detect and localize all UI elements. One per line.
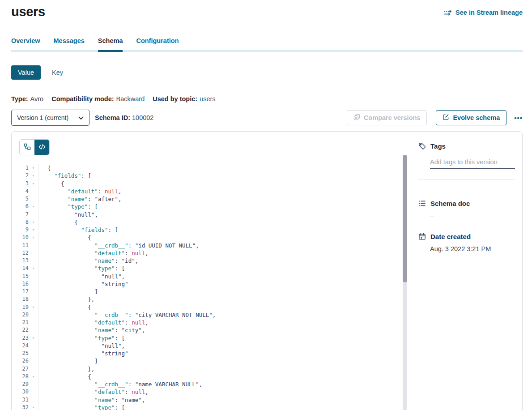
fold-spacer xyxy=(29,257,38,265)
code-line: 25 "string" xyxy=(12,350,411,357)
code-line: 26 ] xyxy=(12,357,411,365)
tags-heading: Tags xyxy=(430,142,446,150)
code-text: { xyxy=(38,234,411,241)
fold-spacer xyxy=(29,365,38,373)
code-text: "type": [ xyxy=(38,203,411,210)
code-line: 4 "default": null, xyxy=(12,188,411,195)
compare-versions-button[interactable]: Compare versions xyxy=(347,110,427,125)
code-line: 23▾ "type": [ xyxy=(12,334,411,342)
editor-scrollbar-thumb[interactable] xyxy=(403,155,407,282)
fold-triangle-icon[interactable]: ▾ xyxy=(29,303,38,311)
code-line: 13 "name": "id", xyxy=(12,257,411,265)
code-line: 1▾{ xyxy=(12,164,411,172)
key-toggle-link[interactable]: Key xyxy=(52,69,63,76)
edit-pencil-icon xyxy=(443,114,449,122)
code-line: 9▾ "fields": [ xyxy=(12,226,411,234)
line-number: 2 xyxy=(12,172,29,179)
code-text: "type": [ xyxy=(38,334,411,342)
code-text: "string" xyxy=(38,280,411,288)
tab-messages[interactable]: Messages xyxy=(54,37,85,50)
code-line: 15 "null", xyxy=(12,273,411,280)
schema-id: Schema ID: 100002 xyxy=(95,114,153,121)
code-text: "null", xyxy=(38,342,411,350)
code-view-button[interactable] xyxy=(34,140,49,155)
code-text: "name": "id", xyxy=(38,257,411,265)
meta-value: Backward xyxy=(116,95,145,102)
code-line: 7 "null", xyxy=(12,211,411,218)
line-number: 26 xyxy=(12,357,29,365)
date-created-section: Date created Aug. 3 2022 3:21 PM xyxy=(418,233,515,252)
schema-sidebar: Tags Schema doc -- xyxy=(411,132,522,410)
tree-view-icon xyxy=(24,143,31,152)
fold-triangle-icon[interactable]: ▾ xyxy=(29,203,38,210)
doc-list-icon xyxy=(418,200,426,207)
line-number: 9 xyxy=(12,226,29,234)
see-in-stream-lineage-link[interactable]: See in Stream lineage xyxy=(444,9,523,16)
value-key-toggle: Value Key xyxy=(11,65,523,80)
fold-triangle-icon[interactable]: ▾ xyxy=(29,234,38,241)
fold-spacer xyxy=(29,242,38,249)
fold-triangle-icon[interactable]: ▾ xyxy=(29,334,38,342)
tree-view-button[interactable] xyxy=(20,140,34,155)
fold-spacer xyxy=(29,319,38,326)
fold-spacer xyxy=(29,211,38,218)
fold-triangle-icon[interactable]: ▾ xyxy=(29,218,38,226)
fold-spacer xyxy=(29,388,38,396)
tab-bar: OverviewMessagesSchemaConfiguration xyxy=(11,37,523,52)
code-line: 31 "name": "name", xyxy=(12,396,411,404)
code-line: 16 "string" xyxy=(12,280,411,288)
version-select[interactable]: Version 1 (current) xyxy=(11,110,89,126)
tab-schema[interactable]: Schema xyxy=(98,37,123,50)
fold-spacer xyxy=(29,326,38,334)
tab-configuration[interactable]: Configuration xyxy=(136,37,179,50)
page-title: users xyxy=(11,4,45,19)
code-line: 3▾ { xyxy=(12,180,411,188)
code-text: "default": null, xyxy=(38,319,411,326)
fold-triangle-icon[interactable]: ▾ xyxy=(29,164,38,172)
meta-value: Avro xyxy=(30,95,44,102)
fold-triangle-icon[interactable]: ▾ xyxy=(29,265,38,272)
meta-label: Used by topic: xyxy=(153,95,197,102)
line-number: 23 xyxy=(12,334,29,342)
code-text: "null", xyxy=(38,273,411,280)
tab-overview[interactable]: Overview xyxy=(11,37,40,50)
fold-triangle-icon[interactable]: ▾ xyxy=(29,373,38,380)
editor-scrollbar-track[interactable] xyxy=(403,155,407,410)
fold-triangle-icon[interactable]: ▾ xyxy=(29,172,38,179)
code-text: "null", xyxy=(38,211,411,218)
code-line: 17 ] xyxy=(12,288,411,295)
line-number: 16 xyxy=(12,280,29,288)
meta-label: Type: xyxy=(11,95,28,102)
code-line: 18 }, xyxy=(12,295,411,303)
more-options-button[interactable]: ••• xyxy=(514,115,523,121)
version-bar: Version 1 (current) Schema ID: 100002 Co… xyxy=(11,110,523,126)
code-text: }, xyxy=(38,365,411,373)
line-number: 21 xyxy=(12,319,29,326)
tag-icon xyxy=(418,142,426,150)
code-line: 20 "__crdb__": "city VARCHAR NOT NULL", xyxy=(12,311,411,319)
code-line: 10▾ { xyxy=(12,234,411,241)
schema-panel: 1▾{2▾ "fields": [3▾ {4 "default": null,5… xyxy=(11,131,523,410)
fold-triangle-icon[interactable]: ▾ xyxy=(29,226,38,234)
version-actions: Compare versions Evolve schema ••• xyxy=(347,110,523,125)
code-line: 6▾ "type": [ xyxy=(12,203,411,210)
line-number: 12 xyxy=(12,249,29,257)
meta-compatibility-mode: Compatibility mode:Backward xyxy=(51,95,145,102)
schema-id-value: 100002 xyxy=(132,114,153,121)
lineage-link-label: See in Stream lineage xyxy=(455,9,523,16)
value-toggle-button[interactable]: Value xyxy=(11,65,41,80)
add-tags-input[interactable] xyxy=(430,158,515,169)
evolve-schema-button[interactable]: Evolve schema xyxy=(436,110,506,125)
calendar-plus-icon xyxy=(418,233,426,240)
code-line: 2▾ "fields": [ xyxy=(12,172,411,179)
code-text: "fields": [ xyxy=(38,172,411,179)
fold-triangle-icon[interactable]: ▾ xyxy=(29,404,38,410)
code-text: "name": "after", xyxy=(38,195,411,203)
code-text: "default": null, xyxy=(38,388,411,396)
line-number: 7 xyxy=(12,211,29,218)
topic-link[interactable]: users xyxy=(200,95,215,102)
schema-doc-section: Schema doc -- xyxy=(418,200,515,219)
fold-triangle-icon[interactable]: ▾ xyxy=(29,180,38,188)
line-number: 14 xyxy=(12,265,29,272)
line-number: 29 xyxy=(12,380,29,388)
